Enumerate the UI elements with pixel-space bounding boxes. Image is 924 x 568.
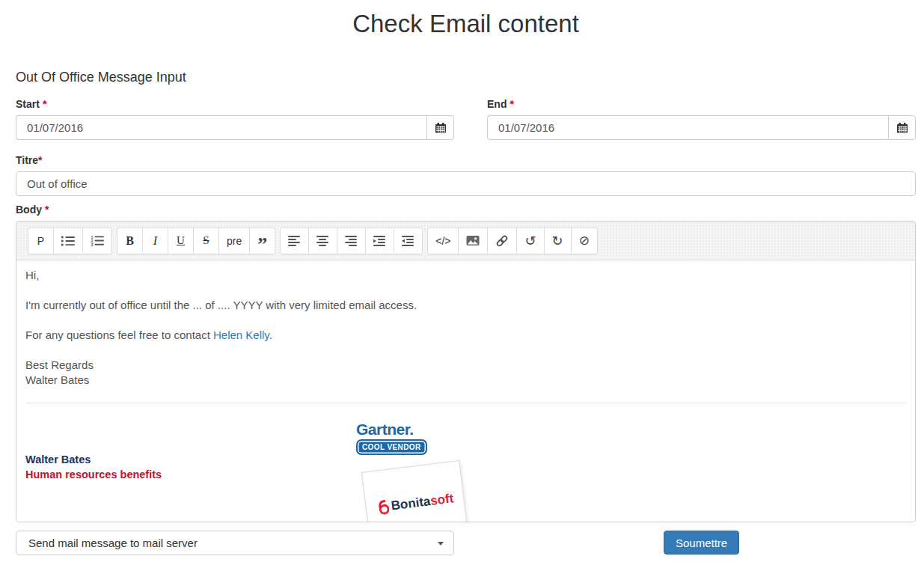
pre-button[interactable]: pre [218, 227, 250, 254]
undo-icon: ↺ [524, 233, 536, 249]
bonitasoft-wordmark: Bonitasoft [391, 491, 455, 513]
signature-logos: Gartner. COOL VENDOR Bonitasoft [356, 403, 460, 522]
strikethrough-icon: S [203, 234, 209, 247]
signature-role: Human resources benefits [25, 467, 356, 482]
signature-identity: Walter Bates Human resources benefits [25, 403, 356, 522]
start-input-group [16, 115, 454, 140]
bonitasoft-card: Bonitasoft [361, 460, 468, 522]
blockquote-button[interactable]: ” [249, 227, 275, 254]
rich-text-editor: P 123 [16, 221, 916, 522]
ban-icon: ⊘ [579, 233, 590, 248]
strikethrough-button[interactable]: S [193, 227, 219, 254]
undo-button[interactable]: ↺ [516, 227, 544, 254]
align-left-icon [288, 236, 301, 246]
unordered-list-button[interactable] [53, 227, 83, 254]
indent-button[interactable] [365, 227, 394, 254]
start-label: Start* [16, 98, 454, 111]
code-icon: </> [435, 235, 450, 247]
style-button-group: P 123 [28, 227, 112, 254]
bold-button[interactable]: B [117, 227, 143, 254]
indent-icon [373, 236, 386, 246]
body-paragraph: For any questions feel free to contact H… [25, 328, 906, 343]
insert-link-button[interactable] [487, 227, 517, 254]
titre-field-group: Titre* [16, 154, 916, 196]
paragraph-icon: P [37, 235, 44, 247]
clear-format-button[interactable]: ⊘ [571, 227, 598, 254]
required-marker: * [510, 98, 513, 110]
paragraph-button[interactable]: P [28, 227, 54, 254]
start-calendar-button[interactable] [426, 115, 454, 140]
gartner-cool-vendor-logo: Gartner. COOL VENDOR [356, 421, 425, 455]
align-right-button[interactable] [337, 227, 366, 254]
insert-image-button[interactable] [458, 227, 488, 254]
bonitasoft-logo: Bonitasoft [376, 491, 455, 516]
section-heading: Out Of Office Message Input [16, 70, 916, 85]
required-marker: * [38, 154, 42, 166]
outdent-icon [402, 236, 414, 246]
dropdown-caret-icon [438, 542, 444, 546]
blockquote-icon: ” [257, 233, 267, 256]
font-button-group: B I U S pre ” [117, 227, 275, 254]
bonitasoft-mark-icon [376, 498, 390, 516]
bold-icon: B [126, 234, 134, 248]
gartner-logo-text: Gartner. [356, 421, 425, 439]
titre-label: Titre* [16, 154, 916, 167]
pre-icon: pre [227, 235, 242, 247]
start-field-group: Start* [16, 98, 454, 140]
unordered-list-icon [61, 236, 75, 246]
signature-block: Walter Bates Human resources benefits Ga… [25, 403, 906, 522]
end-input-group [487, 115, 916, 140]
align-button-group [280, 227, 423, 254]
end-label: End* [487, 98, 916, 111]
align-center-icon [316, 236, 329, 246]
body-paragraph: Best RegardsWalter Bates [25, 358, 906, 388]
required-marker: * [45, 204, 49, 216]
calendar-icon [896, 122, 908, 134]
align-left-button[interactable] [280, 227, 309, 254]
italic-icon: I [153, 234, 157, 248]
mail-action-selected-value: Send mail message to mail server [28, 537, 198, 549]
redo-icon: ↻ [552, 233, 563, 249]
gartner-badge: COOL VENDOR [356, 439, 427, 455]
svg-text:3: 3 [91, 242, 93, 246]
body-paragraph: Hi, [25, 268, 906, 283]
start-date-input[interactable] [16, 115, 426, 140]
page-title: Check Email content [16, 10, 916, 37]
ordered-list-icon: 123 [91, 235, 104, 246]
page: Check Email content Out Of Office Messag… [0, 10, 924, 555]
redo-button[interactable]: ↻ [544, 227, 572, 254]
image-icon [466, 235, 480, 246]
align-right-icon [345, 236, 358, 246]
signature-name: Walter Bates [25, 452, 356, 467]
footer-actions: Send mail message to mail server Soumett… [16, 531, 916, 555]
editor-toolbar: P 123 [16, 222, 915, 260]
titre-input[interactable] [16, 171, 916, 196]
align-center-button[interactable] [308, 227, 337, 254]
mail-action-select[interactable]: Send mail message to mail server [16, 531, 454, 555]
ordered-list-button[interactable]: 123 [82, 227, 112, 254]
code-view-button[interactable]: </> [427, 227, 459, 254]
insert-button-group: </> [427, 227, 598, 254]
required-marker: * [43, 98, 46, 110]
submit-button[interactable]: Soumettre [664, 531, 739, 555]
outdent-button[interactable] [394, 227, 423, 254]
link-icon [495, 234, 509, 248]
end-date-input[interactable] [487, 115, 888, 140]
underline-button[interactable]: U [168, 227, 194, 254]
contact-link[interactable]: Helen Kelly [213, 329, 269, 341]
end-field-group: End* [487, 98, 916, 140]
underline-icon: U [177, 234, 185, 247]
body-paragraph: I'm currently out of office until the ..… [25, 298, 906, 313]
calendar-icon [435, 122, 447, 134]
body-field-group: Body* P 123 [16, 204, 916, 522]
end-calendar-button[interactable] [888, 115, 916, 140]
body-label: Body* [16, 204, 916, 216]
editor-content[interactable]: Hi, I'm currently out of office until th… [16, 260, 915, 522]
date-row: Start* End* [16, 98, 916, 140]
italic-button[interactable]: I [142, 227, 168, 254]
